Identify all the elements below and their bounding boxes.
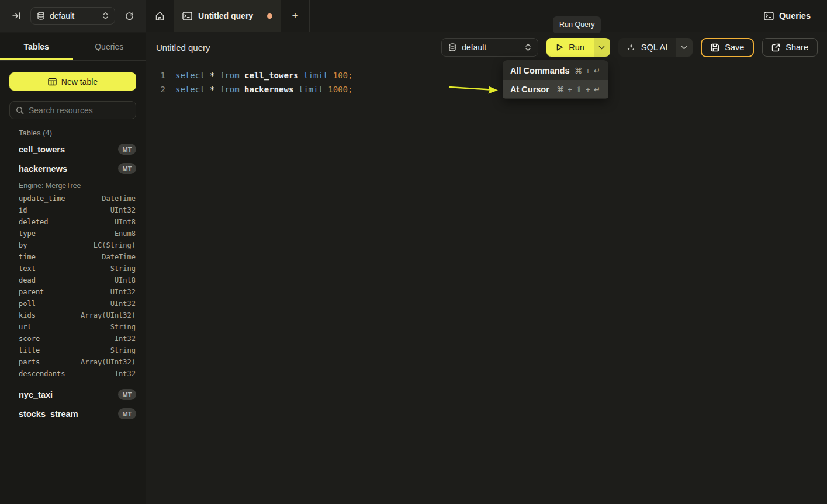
column-type: String [110,265,136,273]
column-type: String [110,346,136,354]
code-line-2[interactable]: 2select * from hackernews limit 1000; [147,82,827,96]
run-menu-item-at-cursor[interactable]: At Cursor⌘ + ⇧ + ↵ [503,80,608,98]
topbar-spacer [310,0,756,32]
token-num: 100 [333,71,348,80]
sql-ai-caret[interactable] [676,38,693,57]
column-row-score[interactable]: scoreInt32 [0,333,146,345]
engine-badge: MT [118,408,136,419]
topbar-left-section: default [0,0,146,32]
save-icon [711,43,719,52]
collapse-sidebar-button[interactable] [8,8,25,24]
menu-item-shortcut: ⌘ + ↵ [575,66,601,75]
run-button[interactable]: Run [546,38,594,57]
column-type: Array(UInt32) [81,358,136,366]
queries-button[interactable]: Queries [756,0,819,32]
page-title: Untitled query [156,43,210,53]
token-op: * [210,71,220,80]
sidebar: Tables Queries New table Tables (4) cell… [0,33,146,504]
column-row-type[interactable]: typeEnum8 [0,228,146,239]
token-num: ; [348,71,352,80]
sidebar-tab-tables[interactable]: Tables [0,33,73,60]
refresh-button[interactable] [121,8,137,24]
column-type: DateTime [102,253,136,261]
token-num: 1000 [328,85,348,94]
column-row-url[interactable]: urlString [0,321,146,333]
column-row-descendants[interactable]: descendantsInt32 [0,368,146,380]
search-input[interactable] [29,106,130,115]
column-type: UInt8 [115,218,136,226]
column-row-parts[interactable]: partsArray(UInt32) [0,356,146,368]
column-row-update_time[interactable]: update_timeDateTime [0,193,146,204]
column-type: UInt32 [110,288,136,296]
column-row-id[interactable]: idUInt32 [0,204,146,216]
code-line-1[interactable]: 1select * from cell_towers limit 100; [147,68,827,82]
column-type: Enum8 [115,230,136,238]
main-area: Untitled query default [147,33,827,504]
column-name: time [19,253,36,261]
column-name: url [19,323,32,331]
new-table-button[interactable]: New table [9,72,136,91]
tables-section-label: Tables (4) [19,128,136,137]
token-kw: limit [299,85,328,94]
home-button[interactable] [146,0,174,32]
token-num: ; [348,85,352,94]
search-box [9,101,136,119]
column-type: DateTime [102,194,136,203]
chevron-updown-icon [102,12,109,20]
sql-editor[interactable]: 1select * from cell_towers limit 100;2se… [147,62,827,96]
column-name: id [19,206,27,214]
share-button[interactable]: Share [762,38,818,57]
column-row-deleted[interactable]: deletedUInt8 [0,216,146,228]
arrow-to-bar-icon [12,11,21,20]
queries-icon [764,12,774,20]
column-row-title[interactable]: titleString [0,345,146,356]
column-row-kids[interactable]: kidsArray(UInt32) [0,310,146,321]
token-kw: select [175,85,210,94]
column-type: Int32 [115,335,136,343]
table-row-stocks_stream[interactable]: stocks_streamMT [0,404,146,423]
column-row-text[interactable]: textString [0,263,146,274]
table-name: nyc_taxi [19,390,53,399]
line-number: 2 [153,82,165,96]
run-options-caret[interactable] [594,38,610,57]
refresh-icon [124,11,134,21]
chevron-down-icon [681,46,687,50]
table-name: hackernews [19,164,67,173]
database-icon [448,43,456,52]
column-name: dead [19,276,36,284]
save-button[interactable]: Save [701,38,754,57]
run-button-label: Run [569,43,584,52]
top-bar: default Untitle [0,0,827,32]
sidebar-tab-queries[interactable]: Queries [73,33,146,60]
editor-database-select[interactable]: default [441,38,538,57]
terminal-icon [182,12,192,20]
table-engine-label: Engine: MergeTree [0,178,146,193]
topbar-database-select[interactable]: default [30,7,115,25]
search-icon [16,106,24,114]
column-type: Int32 [115,370,136,378]
sql-ai-button[interactable]: SQL AI [618,38,676,57]
run-query-tooltip: Run Query [553,16,601,33]
column-row-poll[interactable]: pollUInt32 [0,298,146,310]
run-menu-item-all-commands[interactable]: All Commands⌘ + ↵ [503,61,608,79]
column-row-parent[interactable]: parentUInt32 [0,286,146,298]
column-row-dead[interactable]: deadUInt8 [0,274,146,286]
tables-list: cell_towersMThackernewsMTEngine: MergeTr… [0,140,146,423]
new-tab-button[interactable]: + [281,0,310,32]
table-row-cell_towers[interactable]: cell_towersMT [0,140,146,159]
column-name: title [19,346,40,354]
table-name: stocks_stream [19,409,78,419]
table-icon [48,78,57,86]
sql-ai-label: SQL AI [641,43,667,52]
table-row-nyc_taxi[interactable]: nyc_taxiMT [0,385,146,404]
column-row-time[interactable]: timeDateTime [0,251,146,263]
column-name: parent [19,288,44,296]
tab-untitled-query[interactable]: Untitled query [174,0,281,32]
column-row-by[interactable]: byLC(String) [0,239,146,251]
unsaved-changes-dot [267,13,272,19]
table-row-hackernews[interactable]: hackernewsMT [0,159,146,178]
menu-item-label: At Cursor [510,85,549,94]
save-button-label: Save [725,43,744,52]
column-name: update_time [19,194,65,203]
header-controls: default Run [441,38,818,57]
